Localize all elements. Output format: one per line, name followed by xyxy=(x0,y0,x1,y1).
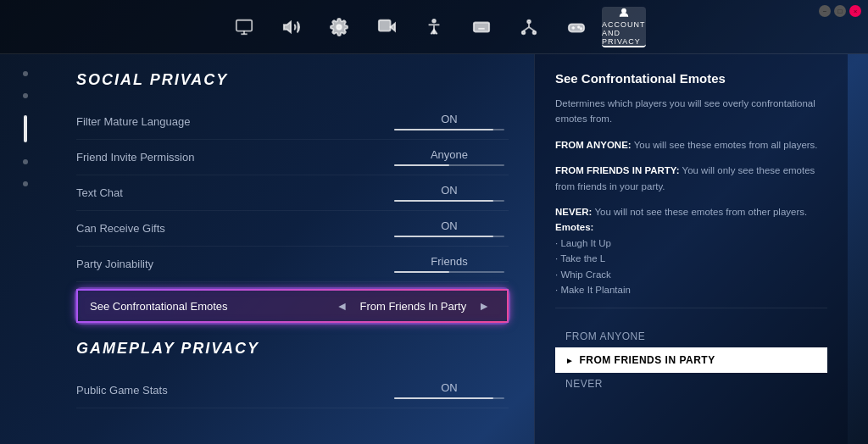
gear-icon xyxy=(330,18,348,36)
gamepad-icon xyxy=(567,18,586,36)
text-chat-value: ON xyxy=(441,184,458,197)
account-label: ACCOUNT AND PRIVACY xyxy=(602,20,646,46)
svg-rect-5 xyxy=(379,19,391,31)
svg-rect-0 xyxy=(236,19,252,31)
close-button[interactable]: × xyxy=(849,5,861,17)
sidebar xyxy=(0,54,51,444)
info-description: Determines which players you will see ov… xyxy=(555,96,827,127)
nav-keyboard[interactable] xyxy=(459,7,504,47)
never-prefix: NEVER: xyxy=(555,207,592,217)
filter-mature-bar-fill xyxy=(394,129,493,130)
filter-mature-value: ON xyxy=(441,113,458,125)
text-chat-bar-fill xyxy=(394,200,493,202)
public-game-stats-bar xyxy=(394,397,504,399)
receive-gifts-value-container: ON xyxy=(390,219,509,237)
friend-invite-bar-fill xyxy=(394,164,449,166)
party-joinability-bar xyxy=(394,271,504,273)
window-controls: − □ × xyxy=(819,5,861,17)
sidebar-dot-3[interactable] xyxy=(24,115,27,142)
nav-audio[interactable] xyxy=(270,7,314,47)
svg-line-18 xyxy=(524,27,529,31)
party-joinability-label: Party Joinability xyxy=(76,258,153,270)
maximize-button[interactable]: □ xyxy=(834,5,846,17)
confrontational-emotes-label: See Confrontational Emotes xyxy=(90,300,228,313)
sidebar-dot-4[interactable] xyxy=(23,159,28,164)
never-text: You will not see these emotes from other… xyxy=(594,207,807,217)
setting-receive-gifts[interactable]: Can Receive Gifts ON xyxy=(76,211,509,247)
svg-rect-8 xyxy=(474,22,489,31)
public-game-stats-value-container: ON xyxy=(390,381,509,399)
friend-invite-bar xyxy=(394,164,504,166)
nav-video[interactable] xyxy=(364,7,409,47)
svg-point-14 xyxy=(527,19,531,23)
social-privacy-title: SOCIAL PRIVACY xyxy=(76,71,509,89)
nav-gamepad[interactable] xyxy=(554,7,598,47)
sidebar-dot-2[interactable] xyxy=(23,93,28,98)
text-chat-label: Text Chat xyxy=(76,186,123,199)
setting-friend-invite[interactable]: Friend Invite Permission Anyone xyxy=(76,140,509,175)
party-joinability-value: Friends xyxy=(431,255,467,268)
svg-point-7 xyxy=(432,19,436,22)
info-from-anyone: FROM ANYONE: You will see these emotes f… xyxy=(555,137,827,153)
nav-display[interactable] xyxy=(222,7,266,47)
receive-gifts-bar xyxy=(394,236,504,237)
svg-point-15 xyxy=(522,31,526,34)
public-game-stats-label: Public Game Stats xyxy=(76,384,168,397)
setting-public-game-stats[interactable]: Public Game Stats ON xyxy=(76,373,509,408)
sidebar-dot-5[interactable] xyxy=(23,181,28,186)
public-game-stats-value: ON xyxy=(441,381,458,394)
emote-3: · Whip Crack xyxy=(555,269,611,280)
friend-invite-label: Friend Invite Permission xyxy=(76,151,194,164)
emote-4: · Make It Plantain xyxy=(555,285,631,295)
emote-2: · Take the L xyxy=(555,253,605,264)
prev-arrow-button[interactable]: ◄ xyxy=(331,299,353,313)
friend-invite-value-container: Anyone xyxy=(390,148,509,166)
selected-option-arrow: ► xyxy=(565,356,574,365)
info-never: NEVER: You will not see these emotes fro… xyxy=(555,204,827,297)
receive-gifts-bar-fill xyxy=(394,236,493,237)
option-from-friends-party[interactable]: ► FROM FRIENDS IN PARTY xyxy=(555,347,827,373)
info-from-friends-party: FROM FRIENDS IN PARTY: You will only see… xyxy=(555,163,827,194)
friend-invite-value: Anyone xyxy=(431,148,468,161)
from-anyone-prefix: FROM ANYONE: xyxy=(555,140,632,150)
sidebar-dot-1[interactable] xyxy=(23,71,28,76)
nav-settings[interactable] xyxy=(317,7,361,47)
option-from-anyone[interactable]: FROM ANYONE xyxy=(555,325,827,347)
public-game-stats-bar-fill xyxy=(394,397,493,399)
nav-account[interactable]: ACCOUNT AND PRIVACY xyxy=(602,7,646,47)
account-icon xyxy=(615,7,633,19)
svg-point-23 xyxy=(578,26,580,28)
receive-gifts-value: ON xyxy=(441,219,458,232)
svg-line-19 xyxy=(529,27,534,31)
main-layout: SOCIAL PRIVACY Filter Mature Language ON… xyxy=(0,54,868,444)
from-friends-party-prefix: FROM FRIENDS IN PARTY: xyxy=(555,165,680,175)
gameplay-privacy-title: GAMEPLAY PRIVACY xyxy=(76,340,509,358)
setting-text-chat[interactable]: Text Chat ON xyxy=(76,175,509,211)
svg-point-16 xyxy=(533,31,537,34)
info-divider xyxy=(555,308,827,308)
info-panel-title: See Confrontational Emotes xyxy=(555,71,827,86)
minimize-button[interactable]: − xyxy=(819,5,831,17)
option-never[interactable]: NEVER xyxy=(555,373,827,395)
selected-setting-wrapper: See Confrontational Emotes ◄ From Friend… xyxy=(76,282,509,330)
video-icon xyxy=(377,18,396,36)
info-selector-options: FROM ANYONE ► FROM FRIENDS IN PARTY NEVE… xyxy=(555,325,827,395)
party-joinability-bar-fill xyxy=(394,271,449,273)
nav-icons: ACCOUNT AND PRIVACY xyxy=(222,7,646,47)
setting-filter-mature[interactable]: Filter Mature Language ON xyxy=(76,104,509,140)
setting-confrontational-emotes[interactable]: See Confrontational Emotes ◄ From Friend… xyxy=(76,289,509,323)
text-chat-bar xyxy=(394,200,504,202)
svg-point-25 xyxy=(622,8,626,13)
filter-mature-value-container: ON xyxy=(390,113,509,130)
nav-accessibility[interactable] xyxy=(412,7,456,47)
emotes-label: Emotes: xyxy=(555,222,593,232)
nav-network[interactable] xyxy=(507,7,551,47)
next-arrow-button[interactable]: ► xyxy=(473,299,495,313)
setting-party-joinability[interactable]: Party Joinability Friends xyxy=(76,247,509,282)
text-chat-value-container: ON xyxy=(390,184,509,202)
network-icon xyxy=(520,18,538,36)
audio-icon xyxy=(282,18,301,36)
selected-option-label: FROM FRIENDS IN PARTY xyxy=(579,354,715,366)
svg-point-24 xyxy=(581,27,582,29)
keyboard-icon xyxy=(472,18,491,36)
